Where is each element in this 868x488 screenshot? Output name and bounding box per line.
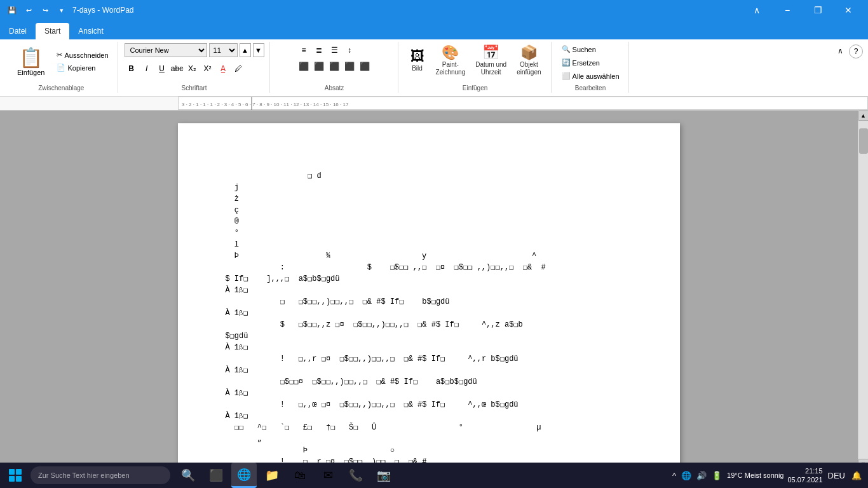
calendar-icon: 📅 <box>482 46 499 60</box>
taskbar-edge-icon[interactable]: 🌐 <box>231 463 257 488</box>
ribbon-group-einfuegen: 🖼 Bild 🎨 Paint-Zeichnung 📅 Datum undUhrz… <box>400 42 552 93</box>
vertical-scrollbar[interactable]: ▲ ▼ <box>858 111 868 469</box>
object-button[interactable]: 📦 Objekteinfügen <box>512 43 545 79</box>
notification-icon[interactable]: 🔔 <box>850 470 863 482</box>
italic-button[interactable]: I <box>140 62 154 76</box>
scroll-up-arrow[interactable]: ▲ <box>858 111 869 121</box>
font-size-decrease-button[interactable]: ▼ <box>253 43 264 57</box>
kopieren-button[interactable]: 📄 Kopieren <box>53 62 112 74</box>
strikethrough-button[interactable]: abc <box>170 62 184 76</box>
datetime-button[interactable]: 📅 Datum undUhrzeit <box>471 43 511 79</box>
paste-icon: 📋 <box>19 46 43 69</box>
font-name-row: Courier New Arial Times New Roman 11 8 9… <box>125 43 264 57</box>
tab-datei[interactable]: Datei <box>0 23 36 39</box>
clock-time: 21:15 <box>787 466 822 475</box>
zwischenablage-label: Zwischenablage <box>38 85 84 92</box>
system-tray-icons: ^ 🌐 🔊 🔋 <box>671 470 723 482</box>
ribbon-group-bearbeiten: 🔍 Suchen 🔄 Ersetzen ⬜ Alle auswählen Bea… <box>553 42 629 93</box>
scissors-icon: ✂ <box>57 51 62 59</box>
volume-icon[interactable]: 🔊 <box>695 470 708 482</box>
ribbon-group-schriftart: Courier New Arial Times New Roman 11 8 9… <box>119 42 270 93</box>
collapse-btn[interactable]: ∧ <box>742 0 771 20</box>
ersetzen-button[interactable]: 🔄 Ersetzen <box>558 57 604 69</box>
start-button[interactable] <box>0 463 31 488</box>
zwischenablage-content: 📋 Einfügen ✂ Ausschneiden 📄 Kopieren <box>10 43 112 79</box>
weather-label: 19°C Meist sonnig <box>727 471 783 479</box>
title-bar: 💾 ↩ ↪ ▾ 7-days - WordPad ∧ − ❐ ✕ <box>0 0 868 20</box>
align-justify-button[interactable]: ⬛ <box>342 59 356 73</box>
taskbar: 🔍 ⬛ 🌐 📁 🛍 ✉ 📞 📷 ^ 🌐 🔊 🔋 19°C Meist sonni… <box>0 463 868 488</box>
system-clock[interactable]: 21:15 05.07.2021 <box>787 466 822 485</box>
suchen-button[interactable]: 🔍 Suchen <box>558 43 600 55</box>
document-page[interactable]: ❑ d j ż ç ® ° l Þ ¾ y ^ : $ ❑$❑❑ ,,❑ ❑¤ … <box>178 123 680 469</box>
qa-customize-button[interactable]: ▾ <box>55 3 69 17</box>
subscript-button[interactable]: X₂ <box>186 62 200 76</box>
bearbeiten-label: Bearbeiten <box>575 85 606 92</box>
align-rtl-button[interactable]: ⬛ <box>358 59 372 73</box>
taskbar-explorer-icon[interactable]: 📁 <box>259 463 285 488</box>
tab-ansicht[interactable]: Ansicht <box>69 23 112 39</box>
alle-auswaehlen-button[interactable]: ⬜ Alle auswählen <box>558 70 623 82</box>
title-bar-left: 💾 ↩ ↪ ▾ 7-days - WordPad <box>5 3 134 17</box>
einfuegen-button[interactable]: 📋 Einfügen <box>10 43 51 79</box>
font-color-button[interactable]: 🖊 <box>231 62 245 76</box>
battery-icon[interactable]: 🔋 <box>710 470 723 482</box>
document-content[interactable]: ❑ d j ż ç ® ° l Þ ¾ y ^ : $ ❑$❑❑ ,,❑ ❑¤ … <box>216 170 642 469</box>
align-left-button[interactable]: ⬛ <box>297 59 311 73</box>
list-ordered-button[interactable]: ≣ <box>312 43 326 57</box>
maximize-button[interactable]: ❐ <box>803 0 832 20</box>
svg-text:3 · 2 · 1 · 1 · 1 · 2 · 3 · 4 : 3 · 2 · 1 · 1 · 1 · 2 · 3 · 4 · 5 · 6 · … <box>182 102 349 107</box>
object-icon: 📦 <box>520 46 538 60</box>
highlight-color-button[interactable]: A̲ <box>216 62 230 76</box>
window-title: 7-days - WordPad <box>72 6 134 15</box>
font-name-select[interactable]: Courier New Arial Times New Roman <box>125 43 207 57</box>
image-icon: 🖼 <box>410 50 424 64</box>
bild-button[interactable]: 🖼 Bild <box>405 47 430 75</box>
taskbar-search-icon[interactable]: 🔍 <box>175 463 201 488</box>
window-controls: ∧ − ❐ ✕ <box>742 0 863 20</box>
minimize-button[interactable]: − <box>773 0 802 20</box>
bold-button[interactable]: B <box>125 62 139 76</box>
windows-logo <box>9 469 22 482</box>
einfuegen-label: Einfügen <box>463 85 487 92</box>
superscript-button[interactable]: X² <box>201 62 215 76</box>
taskbar-search-input[interactable] <box>31 466 170 484</box>
font-size-select[interactable]: 11 8 9 10 12 14 <box>209 43 238 57</box>
qa-redo-button[interactable]: ↪ <box>38 3 52 17</box>
align-right-button[interactable]: ⬛ <box>327 59 341 73</box>
quick-access-toolbar: 💾 ↩ ↪ ▾ <box>5 3 69 17</box>
ruler: 3 · 2 · 1 · 1 · 1 · 2 · 3 · 4 · 5 · 6 · … <box>0 97 868 111</box>
clock-date: 05.07.2021 <box>787 475 822 484</box>
language-indicator[interactable]: DEU <box>827 470 846 482</box>
taskbar-viber-icon[interactable]: 📞 <box>343 463 369 488</box>
align-center-button[interactable]: ⬛ <box>312 59 326 73</box>
copy-icon: 📄 <box>57 64 65 72</box>
absatz-label: Absatz <box>325 85 344 92</box>
ruler-inner: 3 · 2 · 1 · 1 · 1 · 2 · 3 · 4 · 5 · 6 · … <box>178 97 868 110</box>
taskbar-store-icon[interactable]: 🛍 <box>287 463 313 488</box>
taskbar-mail-icon[interactable]: ✉ <box>315 463 341 488</box>
ruler-markings: 3 · 2 · 1 · 1 · 1 · 2 · 3 · 4 · 5 · 6 · … <box>179 97 867 109</box>
list-style-button[interactable]: ☰ <box>327 43 341 57</box>
font-size-increase-button[interactable]: ▲ <box>240 43 251 57</box>
network-icon[interactable]: 🌐 <box>680 470 693 482</box>
help-button[interactable]: ? <box>849 44 863 58</box>
underline-button[interactable]: U <box>155 62 169 76</box>
list-unordered-button[interactable]: ≡ <box>297 43 311 57</box>
taskbar-camera-icon[interactable]: 📷 <box>371 463 397 488</box>
scroll-thumb[interactable] <box>859 128 868 154</box>
document-scroll[interactable]: ❑ d j ż ç ® ° l Þ ¾ y ^ : $ ❑$❑❑ ,,❑ ❑¤ … <box>0 111 858 469</box>
close-button[interactable]: ✕ <box>834 0 863 20</box>
taskbar-taskview-icon[interactable]: ⬛ <box>203 463 229 488</box>
menu-bar: Datei Start Ansicht <box>0 20 868 39</box>
qa-save-button[interactable]: 💾 <box>5 3 19 17</box>
tab-start[interactable]: Start <box>36 23 69 39</box>
ausschneiden-button[interactable]: ✂ Ausschneiden <box>53 49 112 61</box>
ribbon: 📋 Einfügen ✂ Ausschneiden 📄 Kopieren Zwi… <box>0 39 868 97</box>
schriftart-label: Schriftart <box>182 85 207 92</box>
qa-undo-button[interactable]: ↩ <box>22 3 36 17</box>
ribbon-collapse-button[interactable]: ∧ <box>834 44 846 57</box>
line-spacing-button[interactable]: ↕ <box>342 43 356 57</box>
paint-button[interactable]: 🎨 Paint-Zeichnung <box>431 43 470 79</box>
chevron-up-icon[interactable]: ^ <box>671 470 677 482</box>
